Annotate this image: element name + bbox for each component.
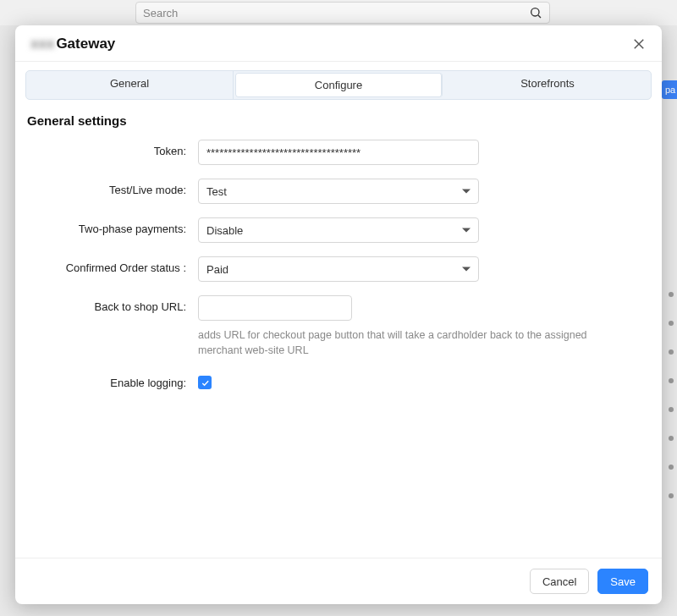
label-order-status: Confirmed Order status : bbox=[27, 256, 198, 274]
background-badge: pa bbox=[662, 80, 677, 99]
row-order-status: Confirmed Order status : bbox=[27, 256, 648, 282]
row-logging: Enable logging: bbox=[27, 371, 648, 391]
back-url-help: adds URL for checkout page button that w… bbox=[198, 327, 630, 358]
order-status-select[interactable] bbox=[198, 256, 479, 282]
two-phase-select[interactable] bbox=[198, 217, 479, 243]
section-title: General settings bbox=[27, 113, 648, 128]
background-search: Search bbox=[135, 2, 550, 24]
tab-configure[interactable]: Configure bbox=[235, 73, 443, 97]
mode-select[interactable] bbox=[198, 179, 479, 204]
modal-title-prefix: xxx bbox=[30, 36, 54, 52]
row-back-url: Back to shop URL: adds URL for checkout … bbox=[27, 295, 648, 358]
label-back-url: Back to shop URL: bbox=[27, 295, 198, 313]
svg-point-0 bbox=[531, 8, 539, 16]
token-field[interactable] bbox=[198, 140, 479, 165]
save-button[interactable]: Save bbox=[597, 569, 648, 594]
label-two-phase: Two-phase payments: bbox=[27, 217, 198, 235]
logging-checkbox[interactable] bbox=[198, 376, 212, 389]
modal-title: xxx Gateway bbox=[30, 36, 115, 52]
row-mode: Test/Live mode: bbox=[27, 179, 648, 204]
svg-line-1 bbox=[538, 15, 541, 18]
background-topbar: Search bbox=[0, 0, 677, 25]
label-mode: Test/Live mode: bbox=[27, 179, 198, 196]
search-icon bbox=[529, 6, 542, 19]
modal-footer: Cancel Save bbox=[15, 558, 662, 604]
tab-general[interactable]: General bbox=[26, 71, 234, 99]
general-settings-section: General settings Token: Test/Live mode: … bbox=[15, 100, 662, 404]
cancel-button[interactable]: Cancel bbox=[530, 569, 589, 594]
modal-title-text: Gateway bbox=[56, 36, 115, 52]
check-icon bbox=[201, 378, 210, 388]
tab-storefronts[interactable]: Storefronts bbox=[444, 71, 651, 99]
label-token: Token: bbox=[27, 140, 198, 157]
settings-tabs: General Configure Storefronts bbox=[25, 70, 652, 100]
background-ellipsis-column bbox=[669, 292, 674, 498]
label-logging: Enable logging: bbox=[27, 371, 198, 389]
gateway-settings-modal: xxx Gateway General Configure Storefront… bbox=[15, 25, 662, 604]
row-two-phase: Two-phase payments: bbox=[27, 217, 648, 243]
row-token: Token: bbox=[27, 140, 648, 165]
back-url-field[interactable] bbox=[198, 295, 352, 321]
search-placeholder: Search bbox=[143, 7, 178, 19]
close-icon[interactable] bbox=[631, 36, 647, 52]
modal-header: xxx Gateway bbox=[15, 25, 662, 62]
